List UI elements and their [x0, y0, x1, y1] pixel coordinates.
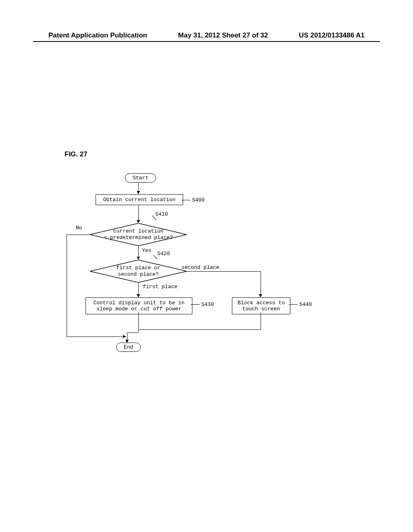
- decision-place: first place or second place?: [90, 260, 187, 283]
- step-label-s410: S410: [155, 211, 168, 217]
- start-node: Start: [125, 173, 156, 183]
- step-label-s430: S430: [201, 301, 214, 308]
- header-date-sheet: May 31, 2012 Sheet 27 of 32: [178, 31, 268, 39]
- header-patent-number: US 2012/0133486 A1: [299, 31, 365, 39]
- step-label-s400: S400: [192, 197, 204, 203]
- figure-label: FIG. 27: [65, 150, 88, 158]
- label-no: No: [76, 225, 82, 231]
- label-second-place: second place: [181, 264, 219, 270]
- label-yes: Yes: [142, 247, 151, 254]
- header-divider: [33, 41, 380, 42]
- decision-location: current location = predetermined place?: [90, 223, 187, 246]
- step-label-s440: S440: [299, 301, 312, 308]
- header-publication: Patent Application Publication: [48, 31, 147, 39]
- process-obtain-location: Obtain current location: [96, 194, 183, 205]
- step-label-s420: S420: [157, 251, 170, 257]
- process-sleep-mode: Control display unit to be in sleep mode…: [86, 297, 192, 314]
- process-block-access: Block access to touch screen: [232, 297, 290, 314]
- label-first-place: first place: [143, 284, 177, 290]
- end-node: End: [116, 343, 141, 352]
- flowchart-diagram: Start Obtain current location S400 S410 …: [65, 173, 343, 363]
